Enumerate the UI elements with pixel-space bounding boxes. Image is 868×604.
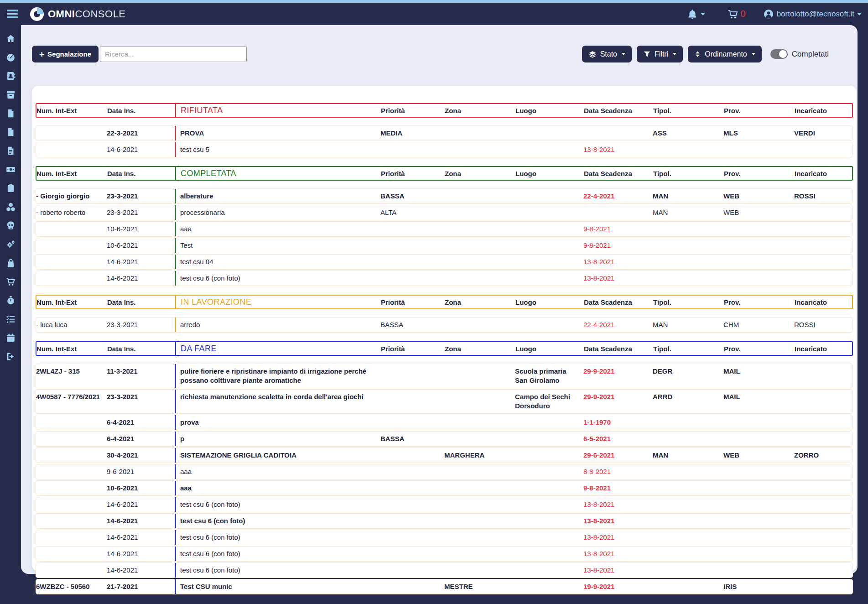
cell-incaricato bbox=[794, 390, 852, 413]
cell-tipol: MAN bbox=[653, 189, 723, 203]
cell-descrizione: aaa bbox=[175, 481, 380, 495]
sidebar bbox=[0, 25, 21, 604]
cell-tipol bbox=[653, 514, 723, 528]
cell-zona bbox=[444, 390, 515, 413]
cell-data-scadenza: 9-8-2021 bbox=[583, 481, 653, 495]
filter-icon bbox=[643, 50, 651, 58]
table-row[interactable]: - Giorgio giorgio23-3-2021alberatureBASS… bbox=[36, 188, 853, 204]
stato-dropdown[interactable]: Stato bbox=[582, 46, 632, 62]
table-row[interactable]: 10-6-2021aaa9-8-2021 bbox=[36, 480, 853, 496]
cell-luogo bbox=[515, 530, 583, 545]
sidebar-item-shopping-cart[interactable] bbox=[0, 272, 21, 291]
cell-incaricato bbox=[794, 205, 852, 220]
cell-luogo bbox=[515, 415, 583, 430]
cell-prov bbox=[723, 481, 794, 495]
cell-prov bbox=[723, 464, 794, 479]
sidebar-item-calendar[interactable] bbox=[0, 328, 21, 347]
sidebar-item-dashboard[interactable] bbox=[0, 48, 21, 67]
sidebar-item-archive[interactable] bbox=[0, 85, 21, 104]
app-logo: OMNICONSOLE bbox=[30, 7, 126, 21]
cell-luogo bbox=[515, 205, 583, 220]
table-row[interactable]: 2WL4ZJ - 31511-3-2021pulire fioriere e r… bbox=[36, 364, 853, 388]
cell-prov bbox=[723, 222, 794, 236]
cell-num bbox=[36, 530, 107, 545]
table-row[interactable]: 14-6-2021test csu 0413-8-2021 bbox=[36, 254, 853, 270]
ordinamento-dropdown[interactable]: Ordinamento bbox=[688, 46, 762, 62]
cell-tipol: MAN bbox=[653, 205, 723, 220]
notifications-menu[interactable] bbox=[687, 9, 705, 20]
sidebar-item-clipboard[interactable] bbox=[0, 179, 21, 198]
chevron-down-icon bbox=[673, 53, 676, 55]
cell-incaricato bbox=[794, 255, 852, 269]
cell-priorita bbox=[380, 142, 444, 157]
sidebar-item-home[interactable] bbox=[0, 29, 21, 48]
table-row[interactable]: 22-3-2021PROVAMEDIAASSMLSVERDI bbox=[36, 125, 853, 141]
cell-descrizione: alberature bbox=[175, 189, 380, 203]
table-row[interactable]: 6-4-2021pBASSA6-5-2021 bbox=[36, 431, 853, 447]
table-row[interactable]: 6WZBZC - 5056021-7-2021Test CSU municMES… bbox=[36, 579, 853, 594]
chevron-down-icon bbox=[622, 53, 625, 55]
cell-data-ins: 14-6-2021 bbox=[107, 563, 175, 578]
sidebar-item-stopwatch[interactable] bbox=[0, 291, 21, 310]
table-row[interactable]: 14-6-2021test csu 6 (con foto)13-8-2021 bbox=[36, 562, 853, 578]
table-row[interactable]: - luca luca23-3-2021arredoBASSA22-4-2021… bbox=[36, 317, 853, 333]
table-row[interactable]: - roberto roberto23-3-2021processionaria… bbox=[36, 205, 853, 220]
cell-priorita bbox=[380, 390, 444, 413]
filtri-dropdown[interactable]: Filtri bbox=[637, 46, 683, 62]
sidebar-item-shopping-bag[interactable] bbox=[0, 254, 21, 272]
table-row[interactable]: 14-6-2021test csu 513-8-2021 bbox=[36, 142, 853, 157]
cell-tipol bbox=[653, 271, 723, 286]
table-row[interactable]: 30-4-2021SISTEMAZIONE GRIGLIA CADITOIAMA… bbox=[36, 448, 853, 463]
cell-data-ins: 14-6-2021 bbox=[107, 497, 175, 512]
cell-priorita: BASSA bbox=[380, 189, 444, 203]
cell-data-scadenza bbox=[583, 126, 653, 141]
sidebar-item-document[interactable] bbox=[0, 104, 21, 123]
sidebar-item-cubes[interactable] bbox=[0, 198, 21, 216]
table-row[interactable]: 14-6-2021test csu 6 (con foto)13-8-2021 bbox=[36, 271, 853, 286]
cell-data-ins: 14-6-2021 bbox=[107, 514, 175, 528]
table-row[interactable]: 14-6-2021test csu 6 (con foto)13-8-2021 bbox=[36, 546, 853, 562]
cell-incaricato bbox=[794, 464, 852, 479]
table-row[interactable]: 14-6-2021test csu 6 (con foto)13-8-2021 bbox=[36, 513, 853, 529]
table-row[interactable]: 10-6-2021Test9-8-2021 bbox=[36, 238, 853, 253]
cell-data-scadenza: 29-9-2021 bbox=[583, 364, 653, 388]
sidebar-item-money[interactable] bbox=[0, 160, 21, 179]
cell-priorita: BASSA bbox=[380, 432, 444, 446]
completati-toggle[interactable]: Completati bbox=[770, 49, 829, 59]
document-2-icon bbox=[6, 127, 16, 137]
sidebar-item-tasks[interactable] bbox=[0, 310, 21, 328]
search-input[interactable] bbox=[100, 47, 247, 62]
sidebar-item-invoice[interactable] bbox=[0, 141, 21, 160]
table-row[interactable]: 9-6-2021aaa8-8-2021 bbox=[36, 464, 853, 479]
sidebar-item-document-2[interactable] bbox=[0, 123, 21, 141]
plus-icon: + bbox=[39, 50, 44, 58]
table-row[interactable]: 14-6-2021test csu 6 (con foto)13-8-2021 bbox=[36, 530, 853, 545]
cell-prov: IRIS bbox=[723, 579, 794, 594]
toggle-switch[interactable] bbox=[770, 49, 788, 59]
cell-luogo bbox=[515, 189, 583, 203]
cell-data-ins: 30-4-2021 bbox=[107, 448, 175, 463]
table-row[interactable]: 4W0587 - 7776/202123-3-2021richiesta man… bbox=[36, 389, 853, 414]
segnalazione-button[interactable]: + Segnalazione bbox=[32, 46, 99, 62]
cell-num: - luca luca bbox=[36, 318, 107, 332]
cell-num bbox=[36, 481, 107, 495]
tasks-icon bbox=[6, 314, 16, 324]
table-row[interactable]: 6-4-2021prova1-1-1970 bbox=[36, 415, 853, 430]
section-title: DA FARE bbox=[175, 342, 381, 355]
col-header-prov: Prov. bbox=[724, 167, 795, 180]
cell-data-scadenza: 13-8-2021 bbox=[583, 514, 653, 528]
sidebar-item-settings[interactable] bbox=[0, 235, 21, 254]
cart-menu[interactable]: 0 bbox=[727, 9, 746, 20]
user-menu[interactable]: bortolotto@tecnosoft.it bbox=[763, 9, 862, 20]
table-row[interactable]: 14-6-2021test csu 6 (con foto)13-8-2021 bbox=[36, 497, 853, 512]
sidebar-item-contacts[interactable] bbox=[0, 67, 21, 85]
section-completata: Num. Int-ExtData Ins.COMPLETATAPrioritàZ… bbox=[36, 166, 853, 286]
table-row[interactable]: 10-6-2021aaa9-8-2021 bbox=[36, 221, 853, 237]
sidebar-item-logout[interactable] bbox=[0, 347, 21, 366]
cell-descrizione: PROVA bbox=[175, 126, 380, 141]
cell-tipol: ASS bbox=[653, 126, 723, 141]
col-header-priorita: Priorità bbox=[381, 296, 445, 308]
hamburger-menu-icon[interactable] bbox=[7, 10, 18, 18]
sidebar-item-skull[interactable] bbox=[0, 216, 21, 235]
cell-priorita bbox=[380, 415, 444, 430]
